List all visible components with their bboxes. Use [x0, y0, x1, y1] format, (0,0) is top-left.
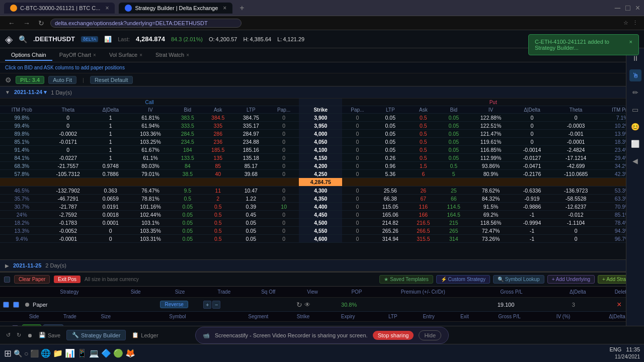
expiry-date-1[interactable]: 2021-11-24 ▾ [14, 89, 47, 96]
col-put-bid[interactable]: Bid [439, 106, 469, 114]
put-bid-cell[interactable]: 314 [439, 235, 469, 243]
new-tab-btn[interactable]: + [236, 4, 247, 13]
app4-icon[interactable]: 🟢 [113, 348, 123, 358]
put-bid-cell[interactable]: 164.5 [439, 211, 469, 219]
app3-icon[interactable]: 🔷 [101, 348, 111, 358]
call-ask-cell[interactable]: 185.5 [203, 146, 233, 154]
bookmark-icon[interactable]: ☆ [623, 20, 628, 26]
qty-minus-btn[interactable]: − [212, 301, 220, 309]
call-bid-cell[interactable]: 284.5 [173, 130, 203, 138]
exit-pos-btn[interactable]: Exit Pos [54, 276, 80, 283]
reset-default-btn[interactable]: Reset Default [90, 76, 133, 84]
cortana-icon[interactable]: ○ [24, 349, 28, 357]
put-bid-cell[interactable]: 0.05 [439, 122, 469, 130]
expiry-date-2[interactable]: 2021-11-25 [13, 262, 41, 268]
minimize-btn[interactable]: ─ [615, 4, 620, 13]
put-ask-cell[interactable]: 0.5 [408, 146, 438, 154]
strike-cell[interactable]: 4,450 [299, 211, 342, 219]
paper-row-checkbox2[interactable] [13, 302, 19, 308]
mouse-tool[interactable]: 🖱 [629, 69, 641, 81]
put-bid-cell[interactable]: 0.05 [439, 130, 469, 138]
put-ask-cell[interactable]: 0.5 [408, 122, 438, 130]
strike-cell[interactable]: 4,150 [299, 154, 342, 162]
put-ask-cell[interactable]: 6 [408, 170, 438, 178]
tab-payoff-close[interactable]: × [93, 52, 96, 58]
collapse-tool[interactable]: ◀ [629, 155, 641, 167]
address-input[interactable] [50, 19, 242, 28]
clear-paper-btn[interactable]: Clear Paper [14, 275, 50, 284]
put-bid-cell[interactable]: 66 [439, 195, 469, 203]
call-ask-cell[interactable]: 40 [203, 170, 233, 178]
call-bid-cell[interactable]: 133.5 [173, 154, 203, 162]
strategy-builder-btn[interactable]: 🔧 Strategy Builder [66, 330, 126, 340]
maximize-btn[interactable]: □ [625, 4, 630, 13]
strike-cell[interactable]: 4,050 [299, 138, 342, 146]
strike-cell[interactable]: 4,550 [299, 227, 342, 235]
call-bid-cell[interactable]: 234.5 [173, 138, 203, 146]
browser-tab-1[interactable]: C-BTC-30000-261121 | BTC C... × [4, 3, 115, 14]
call-ask-cell[interactable]: 11 [203, 187, 233, 195]
notification-close[interactable]: × [629, 39, 632, 45]
put-ask-cell[interactable]: 0.5 [408, 114, 438, 122]
stop-sharing-btn[interactable]: Stop sharing [373, 331, 414, 340]
stickers-tool[interactable]: 😊 [629, 121, 641, 133]
call-ask-cell[interactable]: 236 [203, 138, 233, 146]
taskview-icon[interactable]: ⬛ [30, 349, 39, 357]
edge-icon[interactable]: 🌐 [41, 348, 51, 358]
refresh-btn[interactable]: ↻ [36, 19, 46, 27]
strike-cell[interactable]: 3,950 [299, 122, 342, 130]
call-ask-cell[interactable]: 335 [203, 122, 233, 130]
call-bid-cell[interactable]: 383.5 [173, 114, 203, 122]
ledger-btn[interactable]: 📋 Ledger [132, 332, 158, 338]
strike-cell[interactable]: 3,900 [299, 114, 342, 122]
app2-icon[interactable]: 💻 [89, 348, 99, 358]
put-bid-cell[interactable]: 25 [439, 187, 469, 195]
paper-row-checkbox[interactable] [3, 302, 9, 308]
excel-icon[interactable]: 📊 [65, 348, 75, 358]
call-ask-cell[interactable]: 0.5 [203, 219, 233, 227]
strike-cell[interactable]: 4,000 [299, 130, 342, 138]
col-call-ask[interactable]: Ask [203, 106, 233, 114]
back-btn[interactable]: ← [6, 19, 17, 27]
search-taskbar-icon[interactable]: 🔍 [14, 349, 22, 357]
put-ask-cell[interactable]: 67 [408, 195, 438, 203]
strategy-checkbox[interactable] [4, 277, 10, 283]
put-bid-cell[interactable]: 0.05 [439, 138, 469, 146]
view-eye-icon[interactable]: 👁 [304, 301, 310, 308]
call-bid-cell[interactable]: 0.05 [173, 203, 203, 211]
col-call-bid[interactable]: Bid [173, 106, 203, 114]
put-bid-cell[interactable]: 0.05 [439, 154, 469, 162]
strike-cell[interactable]: 4,200 [299, 162, 342, 170]
put-bid-cell[interactable]: 215 [439, 219, 469, 227]
call-bid-cell[interactable]: 184 [173, 146, 203, 154]
settings-gear-icon[interactable]: ⚙ [5, 76, 12, 84]
put-bid-cell[interactable]: 114.5 [439, 203, 469, 211]
put-ask-cell[interactable]: 266.5 [408, 227, 438, 235]
put-ask-cell[interactable]: 1.5 [408, 162, 438, 170]
forward-btn[interactable]: → [21, 19, 32, 27]
browser-tab-2[interactable]: Strategy Builder | Delta Exchange × [119, 3, 232, 14]
options-scroll[interactable]: Call Put ITM Prob Theta Δ|Delta IV Bid A… [0, 99, 644, 259]
start-icon[interactable]: ⊞ [4, 348, 12, 359]
tab-vol-surface[interactable]: Vol Surface× [103, 50, 148, 61]
search-icon[interactable]: 🔍 [19, 35, 27, 43]
close-window-btn[interactable]: × [635, 4, 640, 13]
add-underlying-btn[interactable]: + Add Underlying [547, 275, 595, 284]
call-bid-cell[interactable]: 0.05 [173, 211, 203, 219]
put-ask-cell[interactable]: 0.5 [408, 138, 438, 146]
put-ask-cell[interactable]: 0.5 [408, 154, 438, 162]
reverse-btn[interactable]: Reverse [160, 301, 188, 308]
put-ask-cell[interactable]: 116 [408, 203, 438, 211]
eraser-tool[interactable]: ⬜ [629, 138, 641, 150]
call-bid-cell[interactable]: 333.5 [173, 122, 203, 130]
settings-icon[interactable]: ⋮ [632, 20, 638, 26]
tab-1-close[interactable]: × [105, 5, 109, 12]
strike-cell[interactable]: 4,500 [299, 219, 342, 227]
put-bid-cell[interactable]: 0.05 [439, 146, 469, 154]
saved-templates-btn[interactable]: ★ Saved Templates [379, 275, 433, 284]
call-bid-cell[interactable]: 84 [173, 162, 203, 170]
strike-cell[interactable]: 4,300 [299, 187, 342, 195]
tab-strat-close[interactable]: × [186, 52, 189, 58]
save-btn[interactable]: 💾 Save [39, 332, 60, 338]
strike-cell[interactable]: 4,100 [299, 146, 342, 154]
